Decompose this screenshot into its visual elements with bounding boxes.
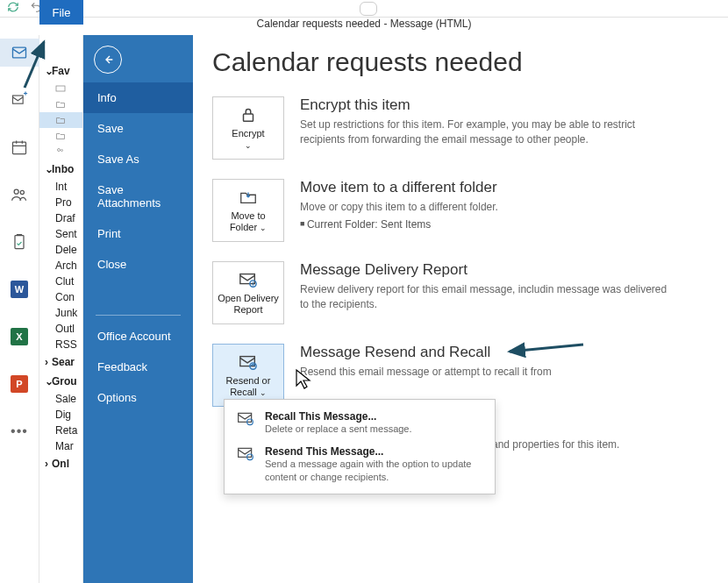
nav-word[interactable]: W bbox=[0, 275, 39, 303]
resend-or-recall-tile[interactable]: Resend or Recall ⌄ bbox=[212, 344, 284, 407]
quick-access-toolbar bbox=[0, 0, 728, 18]
folder-item[interactable] bbox=[39, 112, 82, 128]
file-menu-office-account[interactable]: Office Account bbox=[83, 321, 193, 352]
nav-mail[interactable] bbox=[0, 39, 39, 67]
folder-item[interactable]: Int bbox=[39, 179, 82, 195]
properties-text-fragment: and properties for this item. bbox=[492, 438, 619, 451]
svg-point-8 bbox=[61, 150, 63, 152]
recall-this-message[interactable]: Recall This Message... Delete or replace… bbox=[225, 405, 495, 440]
folder-group-search[interactable]: ›Sear bbox=[39, 352, 82, 372]
folder-item[interactable]: RSS bbox=[39, 337, 82, 352]
folder-group-groups[interactable]: ⌄Grou bbox=[39, 372, 82, 391]
section-title: Message Resend and Recall bbox=[300, 344, 552, 361]
open-delivery-report-tile[interactable]: Open Delivery Report bbox=[212, 261, 284, 324]
folder-group-favorites[interactable]: ⌄Fav bbox=[39, 61, 82, 81]
nav-tasks[interactable] bbox=[0, 228, 39, 256]
section-delivery-report: Open Delivery Report Message Delivery Re… bbox=[212, 261, 710, 324]
current-folder: Current Folder: Sent Items bbox=[300, 218, 498, 231]
folder-group-online[interactable]: ›Onl bbox=[39, 454, 82, 473]
svg-point-3 bbox=[14, 189, 18, 194]
folder-item[interactable]: Outl bbox=[39, 321, 82, 337]
nav-people[interactable] bbox=[0, 181, 39, 209]
envelope-info-icon bbox=[237, 270, 260, 289]
folder-item[interactable]: Dele bbox=[39, 242, 82, 258]
envelope-recall-icon bbox=[235, 410, 256, 435]
file-menu-print[interactable]: Print bbox=[83, 218, 193, 249]
svg-rect-0 bbox=[13, 47, 26, 58]
lock-icon bbox=[237, 105, 260, 124]
section-body: Move or copy this item to a different fo… bbox=[300, 200, 498, 215]
section-body: Review delivery report for this email me… bbox=[300, 282, 668, 312]
file-menu-close[interactable]: Close bbox=[83, 249, 193, 280]
info-page: Calendar requests needed Encrypt⌄ Encryp… bbox=[193, 35, 728, 583]
page-title: Calendar requests needed bbox=[212, 47, 710, 77]
back-button[interactable] bbox=[94, 46, 122, 74]
section-title: Move item to a different folder bbox=[300, 179, 498, 196]
section-body: Resend this email message or attempt to … bbox=[300, 365, 552, 380]
nav-new-mail[interactable] bbox=[0, 86, 39, 114]
folder-item[interactable] bbox=[39, 81, 82, 96]
search-stub[interactable] bbox=[360, 2, 377, 16]
menu-item-body: Send a message again with the option to … bbox=[265, 458, 484, 483]
menu-item-title: Resend This Message... bbox=[265, 445, 484, 458]
window-title: Calendar requests needed - Message (HTML… bbox=[0, 18, 728, 30]
section-body: Set up restrictions for this item. For e… bbox=[300, 117, 668, 147]
folder-item[interactable]: Con bbox=[39, 289, 82, 305]
svg-rect-6 bbox=[56, 86, 65, 91]
file-menu-options[interactable]: Options bbox=[83, 382, 193, 413]
menu-item-body: Delete or replace a sent message. bbox=[265, 423, 412, 435]
svg-rect-16 bbox=[239, 449, 252, 458]
folder-pane: ⌄Fav ⌄Inbo Int Pro Draf Sent Dele Arch C… bbox=[39, 35, 83, 583]
section-title: Encrypt this item bbox=[300, 96, 668, 114]
svg-rect-2 bbox=[13, 142, 26, 153]
encrypt-tile[interactable]: Encrypt⌄ bbox=[212, 96, 284, 160]
file-backstage-menu: Info Save Save As Save Attachments Print… bbox=[83, 35, 193, 583]
file-menu-save-as[interactable]: Save As bbox=[83, 144, 193, 174]
resend-this-message[interactable]: Resend This Message... Send a message ag… bbox=[225, 440, 495, 488]
file-menu-feedback[interactable]: Feedback bbox=[83, 352, 193, 382]
section-encrypt: Encrypt⌄ Encrypt this item Set up restri… bbox=[212, 96, 710, 160]
svg-rect-5 bbox=[15, 236, 24, 249]
folder-item[interactable]: Clut bbox=[39, 274, 82, 289]
envelope-resend-icon bbox=[235, 445, 256, 483]
nav-powerpoint[interactable]: P bbox=[0, 370, 39, 398]
nav-more[interactable]: ••• bbox=[0, 417, 39, 445]
nav-calendar[interactable] bbox=[0, 133, 39, 161]
file-menu-save[interactable]: Save bbox=[83, 113, 193, 144]
folder-item[interactable]: Sale bbox=[39, 391, 82, 407]
svg-point-4 bbox=[20, 190, 24, 194]
section-move: Move to Folder ⌄ Move item to a differen… bbox=[212, 179, 710, 242]
folder-item[interactable] bbox=[39, 144, 82, 160]
folder-item[interactable]: Mar bbox=[39, 438, 82, 454]
refresh-icon[interactable] bbox=[7, 1, 19, 16]
file-menu-save-attachments[interactable]: Save Attachments bbox=[83, 174, 193, 218]
menu-item-title: Recall This Message... bbox=[265, 410, 412, 423]
nav-rail: W X P ••• bbox=[0, 35, 39, 583]
folder-item[interactable]: Sent bbox=[39, 226, 82, 242]
nav-excel[interactable]: X bbox=[0, 323, 39, 351]
folder-move-icon bbox=[237, 188, 260, 207]
folder-item[interactable]: Junk bbox=[39, 305, 82, 321]
svg-rect-9 bbox=[244, 114, 253, 121]
folder-group-inbox[interactable]: ⌄Inbo bbox=[39, 160, 82, 179]
folder-item[interactable]: Arch bbox=[39, 258, 82, 274]
folder-item[interactable]: Draf bbox=[39, 210, 82, 226]
envelope-recall-icon bbox=[237, 352, 260, 372]
section-title: Message Delivery Report bbox=[300, 261, 668, 279]
file-menu-info[interactable]: Info bbox=[83, 82, 193, 113]
file-tab[interactable]: File bbox=[39, 0, 83, 25]
svg-point-7 bbox=[58, 149, 61, 152]
folder-item[interactable]: Pro bbox=[39, 195, 82, 210]
svg-rect-14 bbox=[239, 413, 252, 422]
folder-item[interactable]: Dig bbox=[39, 407, 82, 423]
resend-recall-menu: Recall This Message... Delete or replace… bbox=[224, 399, 496, 494]
folder-item[interactable] bbox=[39, 128, 82, 144]
folder-item[interactable]: Reta bbox=[39, 423, 82, 438]
svg-rect-1 bbox=[13, 96, 24, 103]
folder-item[interactable] bbox=[39, 96, 82, 112]
move-to-folder-tile[interactable]: Move to Folder ⌄ bbox=[212, 179, 284, 242]
divider bbox=[96, 315, 181, 316]
section-resend-recall: Resend or Recall ⌄ Message Resend and Re… bbox=[212, 344, 710, 407]
